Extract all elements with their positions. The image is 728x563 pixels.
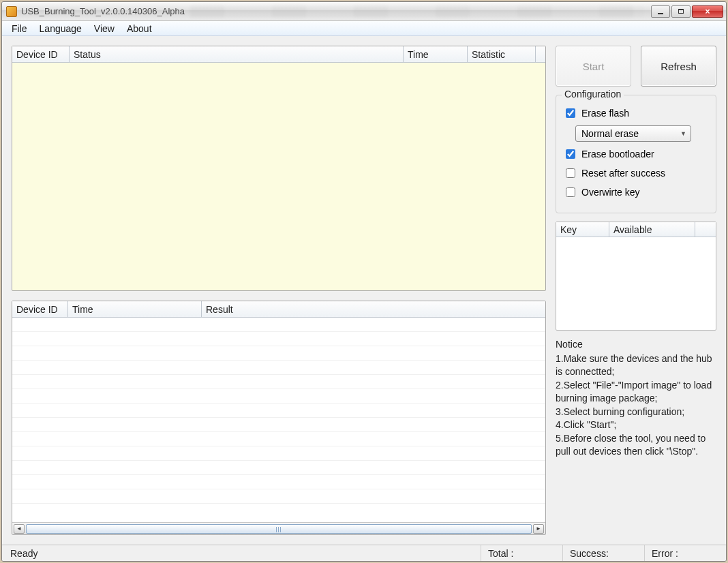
chevron-down-icon: ▼ — [680, 130, 686, 137]
col-result-result[interactable]: Result — [202, 301, 545, 317]
erase-bootloader-input[interactable] — [566, 149, 575, 159]
status-success: Success: — [562, 545, 644, 561]
notice-title: Notice — [556, 339, 716, 350]
overwrite-key-input[interactable] — [566, 187, 575, 197]
window-controls: × — [650, 5, 723, 18]
app-window: USB_Burning_Tool_v2.0.0.140306_Alpha × F… — [1, 1, 727, 562]
status-bar: Ready Total : Success: Error : — [2, 545, 726, 561]
key-table-body[interactable] — [556, 237, 716, 330]
maximize-button[interactable] — [671, 5, 691, 18]
col-time[interactable]: Time — [404, 46, 468, 62]
menu-bar: File Language View About — [2, 21, 726, 36]
menu-language[interactable]: Language — [34, 22, 87, 35]
configuration-group: Configuration Erase flash Normal erase ▼… — [556, 95, 716, 213]
notice-item: 1.Make sure the devices and the hub is c… — [556, 352, 716, 378]
menu-file[interactable]: File — [6, 22, 33, 35]
result-table: Device ID Time Result ◄ ► — [12, 301, 546, 535]
overwrite-key-label: Overwirte key — [581, 187, 640, 198]
reset-after-success-checkbox[interactable]: Reset after success — [563, 166, 709, 180]
status-error: Error : — [644, 545, 718, 561]
result-table-hscroll[interactable]: ◄ ► — [12, 522, 545, 534]
menu-view[interactable]: View — [89, 22, 120, 35]
configuration-legend: Configuration — [562, 89, 624, 100]
col-result-time[interactable]: Time — [68, 301, 202, 317]
action-buttons: Start Refresh — [556, 46, 716, 87]
refresh-button[interactable]: Refresh — [641, 46, 716, 87]
erase-bootloader-checkbox[interactable]: Erase bootloader — [563, 147, 709, 161]
overwrite-key-checkbox[interactable]: Overwirte key — [563, 185, 709, 199]
erase-flash-input[interactable] — [566, 108, 575, 118]
scroll-track[interactable] — [26, 524, 532, 534]
reset-after-success-label: Reset after success — [581, 168, 665, 179]
erase-mode-value: Normal erase — [581, 128, 639, 139]
app-icon — [6, 6, 17, 17]
col-status[interactable]: Status — [70, 46, 404, 62]
scroll-right-icon[interactable]: ► — [533, 524, 544, 534]
close-button[interactable]: × — [692, 5, 723, 18]
client-area: Device ID Status Time Statistic Device I… — [2, 36, 726, 545]
key-table-header: Key Available — [556, 222, 716, 237]
start-button[interactable]: Start — [556, 46, 631, 87]
erase-mode-combo[interactable]: Normal erase ▼ — [575, 125, 691, 142]
device-table: Device ID Status Time Statistic — [12, 46, 546, 291]
status-total: Total : — [481, 545, 562, 561]
scroll-thumb[interactable] — [26, 524, 532, 534]
col-device-id[interactable]: Device ID — [12, 46, 70, 62]
scroll-left-icon[interactable]: ◄ — [14, 524, 25, 534]
result-table-header: Device ID Time Result — [12, 301, 545, 318]
device-table-header-tail — [536, 46, 545, 62]
minimize-button[interactable] — [651, 5, 670, 18]
left-column: Device ID Status Time Statistic Device I… — [12, 46, 546, 535]
status-ready: Ready — [10, 545, 44, 561]
device-table-body[interactable] — [12, 63, 545, 290]
erase-flash-label: Erase flash — [581, 108, 629, 119]
window-title: USB_Burning_Tool_v2.0.0.140306_Alpha — [21, 6, 185, 16]
erase-flash-checkbox[interactable]: Erase flash — [563, 106, 709, 120]
background-tabs-blur — [190, 5, 644, 18]
notice-panel: Notice 1.Make sure the devices and the h… — [556, 339, 716, 459]
erase-bootloader-label: Erase bootloader — [581, 149, 654, 159]
col-result-device-id[interactable]: Device ID — [12, 301, 68, 317]
col-key[interactable]: Key — [556, 222, 609, 237]
notice-item: 5.Before close the tool, you need to pul… — [556, 432, 716, 458]
col-available[interactable]: Available — [609, 222, 695, 237]
menu-about[interactable]: About — [121, 22, 157, 35]
notice-item: 3.Select burning configuration; — [556, 406, 716, 419]
col-key-tail — [695, 222, 716, 237]
titlebar: USB_Burning_Tool_v2.0.0.140306_Alpha × — [2, 2, 726, 21]
col-statistic[interactable]: Statistic — [468, 46, 536, 62]
right-column: Start Refresh Configuration Erase flash … — [556, 46, 716, 535]
notice-item: 2.Select "File"-"Import image" to load b… — [556, 379, 716, 405]
notice-item: 4.Click "Start"; — [556, 419, 716, 431]
key-table: Key Available — [556, 222, 716, 331]
device-table-header: Device ID Status Time Statistic — [12, 46, 545, 63]
notice-items: 1.Make sure the devices and the hub is c… — [556, 352, 716, 458]
result-table-body[interactable] — [12, 318, 545, 522]
reset-after-success-input[interactable] — [566, 168, 575, 178]
